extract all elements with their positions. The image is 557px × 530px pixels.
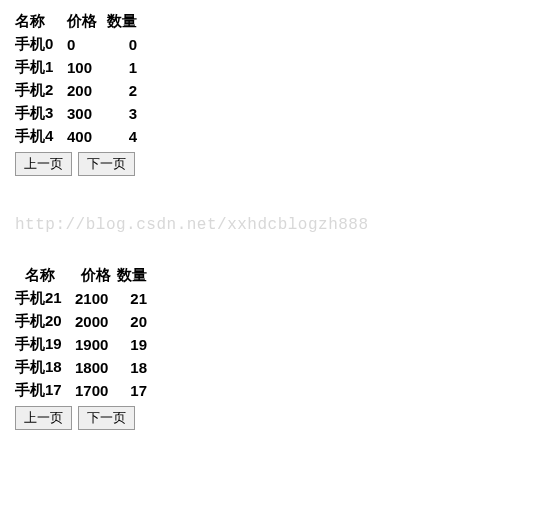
cell-price: 100 [67,56,107,79]
cell-price: 1900 [75,333,117,356]
table-row: 手机2 200 2 [15,79,143,102]
cell-name: 手机19 [15,333,75,356]
cell-qty: 20 [117,310,153,333]
cell-price: 1700 [75,379,117,402]
table-row: 手机21 2100 21 [15,287,153,310]
cell-qty: 2 [107,79,143,102]
col-header-name: 名称 [15,264,75,287]
cell-qty: 1 [107,56,143,79]
cell-price: 2000 [75,310,117,333]
pager-row-2: 上一页 下一页 [15,406,542,430]
table-row: 手机18 1800 18 [15,356,153,379]
next-page-button[interactable]: 下一页 [78,406,135,430]
cell-name: 手机2 [15,79,67,102]
cell-qty: 21 [117,287,153,310]
cell-name: 手机21 [15,287,75,310]
cell-name: 手机18 [15,356,75,379]
cell-qty: 0 [107,33,143,56]
col-header-price: 价格 [67,10,107,33]
next-page-button[interactable]: 下一页 [78,152,135,176]
prev-page-button[interactable]: 上一页 [15,406,72,430]
data-table-2: 名称 价格 数量 手机21 2100 21 手机20 2000 20 手机19 … [15,264,153,402]
table-row: 手机3 300 3 [15,102,143,125]
pager-row-1: 上一页 下一页 [15,152,542,176]
cell-qty: 3 [107,102,143,125]
cell-qty: 19 [117,333,153,356]
cell-price: 200 [67,79,107,102]
cell-name: 手机3 [15,102,67,125]
table-row: 手机0 0 0 [15,33,143,56]
watermark-text: http://blog.csdn.net/xxhdcblogzh888 [15,216,542,234]
data-table-block-2: 名称 价格 数量 手机21 2100 21 手机20 2000 20 手机19 … [15,264,542,430]
table-row: 手机4 400 4 [15,125,143,148]
cell-name: 手机0 [15,33,67,56]
table-header-row: 名称 价格 数量 [15,264,153,287]
cell-price: 400 [67,125,107,148]
cell-price: 2100 [75,287,117,310]
cell-name: 手机4 [15,125,67,148]
cell-price: 1800 [75,356,117,379]
cell-price: 300 [67,102,107,125]
table-row: 手机20 2000 20 [15,310,153,333]
prev-page-button[interactable]: 上一页 [15,152,72,176]
cell-name: 手机1 [15,56,67,79]
data-table-1: 名称 价格 数量 手机0 0 0 手机1 100 1 手机2 200 2 手 [15,10,143,148]
cell-qty: 17 [117,379,153,402]
table-row: 手机1 100 1 [15,56,143,79]
table-row: 手机19 1900 19 [15,333,153,356]
cell-qty: 4 [107,125,143,148]
cell-name: 手机17 [15,379,75,402]
col-header-qty: 数量 [117,264,153,287]
table-header-row: 名称 价格 数量 [15,10,143,33]
col-header-name: 名称 [15,10,67,33]
data-table-block-1: 名称 价格 数量 手机0 0 0 手机1 100 1 手机2 200 2 手 [15,10,542,176]
cell-qty: 18 [117,356,153,379]
table-row: 手机17 1700 17 [15,379,153,402]
cell-price: 0 [67,33,107,56]
col-header-price: 价格 [75,264,117,287]
col-header-qty: 数量 [107,10,143,33]
cell-name: 手机20 [15,310,75,333]
